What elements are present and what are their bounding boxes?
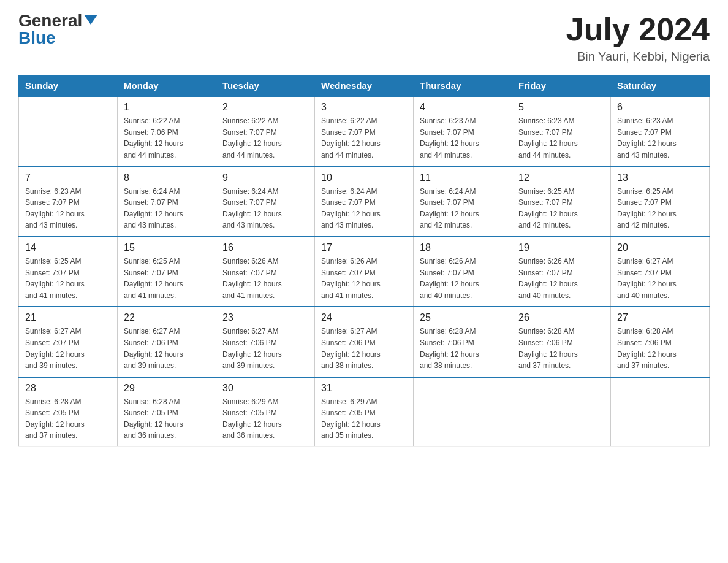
calendar-cell: 20Sunrise: 6:27 AM Sunset: 7:07 PM Dayli… [611, 237, 710, 307]
day-info: Sunrise: 6:22 AM Sunset: 7:06 PM Dayligh… [124, 115, 210, 161]
day-info: Sunrise: 6:27 AM Sunset: 7:06 PM Dayligh… [321, 326, 407, 371]
day-number: 15 [124, 242, 210, 253]
day-number: 7 [25, 172, 111, 183]
logo-arrow-icon [84, 15, 97, 25]
day-info: Sunrise: 6:23 AM Sunset: 7:07 PM Dayligh… [617, 115, 703, 161]
day-info: Sunrise: 6:26 AM Sunset: 7:07 PM Dayligh… [420, 256, 506, 301]
calendar-cell: 4Sunrise: 6:23 AM Sunset: 7:07 PM Daylig… [414, 96, 512, 166]
day-number: 5 [518, 102, 604, 113]
day-info: Sunrise: 6:28 AM Sunset: 7:06 PM Dayligh… [518, 326, 604, 371]
logo: General Blue [18, 12, 97, 47]
calendar-cell: 2Sunrise: 6:22 AM Sunset: 7:07 PM Daylig… [216, 96, 315, 166]
day-number: 18 [420, 242, 506, 253]
calendar-cell: 13Sunrise: 6:25 AM Sunset: 7:07 PM Dayli… [611, 167, 710, 237]
day-number: 2 [222, 102, 308, 113]
day-number: 28 [25, 383, 111, 394]
day-number: 11 [420, 172, 506, 183]
calendar-cell [512, 377, 611, 447]
header-friday: Friday [512, 75, 611, 97]
calendar-cell: 16Sunrise: 6:26 AM Sunset: 7:07 PM Dayli… [216, 237, 315, 307]
calendar-week-1: 1Sunrise: 6:22 AM Sunset: 7:06 PM Daylig… [19, 96, 710, 166]
day-number: 17 [321, 242, 407, 253]
calendar-cell: 11Sunrise: 6:24 AM Sunset: 7:07 PM Dayli… [414, 167, 512, 237]
day-info: Sunrise: 6:29 AM Sunset: 7:05 PM Dayligh… [321, 396, 407, 442]
day-info: Sunrise: 6:26 AM Sunset: 7:07 PM Dayligh… [321, 256, 407, 301]
calendar-week-4: 21Sunrise: 6:27 AM Sunset: 7:07 PM Dayli… [19, 307, 710, 377]
day-info: Sunrise: 6:23 AM Sunset: 7:07 PM Dayligh… [420, 115, 506, 161]
day-number: 23 [222, 312, 308, 323]
day-number: 8 [124, 172, 210, 183]
day-number: 26 [518, 312, 604, 323]
calendar-cell: 1Sunrise: 6:22 AM Sunset: 7:06 PM Daylig… [118, 96, 216, 166]
calendar-cell: 9Sunrise: 6:24 AM Sunset: 7:07 PM Daylig… [216, 167, 315, 237]
day-info: Sunrise: 6:23 AM Sunset: 7:07 PM Dayligh… [518, 115, 604, 161]
day-info: Sunrise: 6:25 AM Sunset: 7:07 PM Dayligh… [124, 256, 210, 301]
calendar-cell: 7Sunrise: 6:23 AM Sunset: 7:07 PM Daylig… [19, 167, 118, 237]
calendar-cell: 28Sunrise: 6:28 AM Sunset: 7:05 PM Dayli… [19, 377, 118, 447]
svg-marker-0 [84, 15, 97, 25]
calendar-cell: 21Sunrise: 6:27 AM Sunset: 7:07 PM Dayli… [19, 307, 118, 377]
header-sunday: Sunday [19, 75, 118, 97]
day-number: 24 [321, 312, 407, 323]
day-number: 4 [420, 102, 506, 113]
calendar-week-2: 7Sunrise: 6:23 AM Sunset: 7:07 PM Daylig… [19, 167, 710, 237]
day-info: Sunrise: 6:25 AM Sunset: 7:07 PM Dayligh… [518, 186, 604, 231]
day-info: Sunrise: 6:27 AM Sunset: 7:07 PM Dayligh… [25, 326, 111, 371]
day-info: Sunrise: 6:25 AM Sunset: 7:07 PM Dayligh… [617, 186, 703, 231]
day-number: 13 [617, 172, 703, 183]
day-number: 21 [25, 312, 111, 323]
header-saturday: Saturday [611, 75, 710, 97]
day-info: Sunrise: 6:29 AM Sunset: 7:05 PM Dayligh… [222, 396, 308, 442]
day-info: Sunrise: 6:28 AM Sunset: 7:05 PM Dayligh… [25, 396, 111, 442]
calendar-week-3: 14Sunrise: 6:25 AM Sunset: 7:07 PM Dayli… [19, 237, 710, 307]
day-info: Sunrise: 6:23 AM Sunset: 7:07 PM Dayligh… [25, 186, 111, 231]
logo-general-text: General [18, 12, 82, 29]
day-info: Sunrise: 6:24 AM Sunset: 7:07 PM Dayligh… [222, 186, 308, 231]
title-block: July 2024 Bin Yauri, Kebbi, Nigeria [566, 12, 710, 64]
calendar-table: SundayMondayTuesdayWednesdayThursdayFrid… [18, 75, 710, 447]
day-number: 9 [222, 172, 308, 183]
calendar-cell: 10Sunrise: 6:24 AM Sunset: 7:07 PM Dayli… [315, 167, 414, 237]
calendar-cell: 6Sunrise: 6:23 AM Sunset: 7:07 PM Daylig… [611, 96, 710, 166]
calendar-cell: 23Sunrise: 6:27 AM Sunset: 7:06 PM Dayli… [216, 307, 315, 377]
day-number: 1 [124, 102, 210, 113]
calendar-header-row: SundayMondayTuesdayWednesdayThursdayFrid… [19, 75, 710, 97]
calendar-cell: 8Sunrise: 6:24 AM Sunset: 7:07 PM Daylig… [118, 167, 216, 237]
location-text: Bin Yauri, Kebbi, Nigeria [566, 50, 710, 64]
day-number: 10 [321, 172, 407, 183]
day-number: 6 [617, 102, 703, 113]
day-info: Sunrise: 6:28 AM Sunset: 7:06 PM Dayligh… [617, 326, 703, 371]
day-info: Sunrise: 6:24 AM Sunset: 7:07 PM Dayligh… [124, 186, 210, 231]
day-info: Sunrise: 6:22 AM Sunset: 7:07 PM Dayligh… [222, 115, 308, 161]
day-number: 30 [222, 383, 308, 394]
calendar-cell: 12Sunrise: 6:25 AM Sunset: 7:07 PM Dayli… [512, 167, 611, 237]
calendar-cell: 15Sunrise: 6:25 AM Sunset: 7:07 PM Dayli… [118, 237, 216, 307]
day-number: 27 [617, 312, 703, 323]
day-number: 25 [420, 312, 506, 323]
day-info: Sunrise: 6:26 AM Sunset: 7:07 PM Dayligh… [222, 256, 308, 301]
day-info: Sunrise: 6:25 AM Sunset: 7:07 PM Dayligh… [25, 256, 111, 301]
day-info: Sunrise: 6:22 AM Sunset: 7:07 PM Dayligh… [321, 115, 407, 161]
calendar-cell [19, 96, 118, 166]
logo-blue-text: Blue [18, 29, 56, 47]
calendar-cell: 30Sunrise: 6:29 AM Sunset: 7:05 PM Dayli… [216, 377, 315, 447]
day-number: 20 [617, 242, 703, 253]
day-number: 29 [124, 383, 210, 394]
day-info: Sunrise: 6:24 AM Sunset: 7:07 PM Dayligh… [420, 186, 506, 231]
calendar-cell [414, 377, 512, 447]
calendar-cell: 24Sunrise: 6:27 AM Sunset: 7:06 PM Dayli… [315, 307, 414, 377]
calendar-cell: 25Sunrise: 6:28 AM Sunset: 7:06 PM Dayli… [414, 307, 512, 377]
day-number: 12 [518, 172, 604, 183]
month-title: July 2024 [566, 12, 710, 47]
day-info: Sunrise: 6:27 AM Sunset: 7:07 PM Dayligh… [617, 256, 703, 301]
calendar-cell: 26Sunrise: 6:28 AM Sunset: 7:06 PM Dayli… [512, 307, 611, 377]
calendar-cell: 19Sunrise: 6:26 AM Sunset: 7:07 PM Dayli… [512, 237, 611, 307]
calendar-cell: 31Sunrise: 6:29 AM Sunset: 7:05 PM Dayli… [315, 377, 414, 447]
calendar-cell: 18Sunrise: 6:26 AM Sunset: 7:07 PM Dayli… [414, 237, 512, 307]
header-monday: Monday [118, 75, 216, 97]
day-number: 31 [321, 383, 407, 394]
day-number: 3 [321, 102, 407, 113]
day-number: 16 [222, 242, 308, 253]
day-info: Sunrise: 6:28 AM Sunset: 7:05 PM Dayligh… [124, 396, 210, 442]
header-thursday: Thursday [414, 75, 512, 97]
